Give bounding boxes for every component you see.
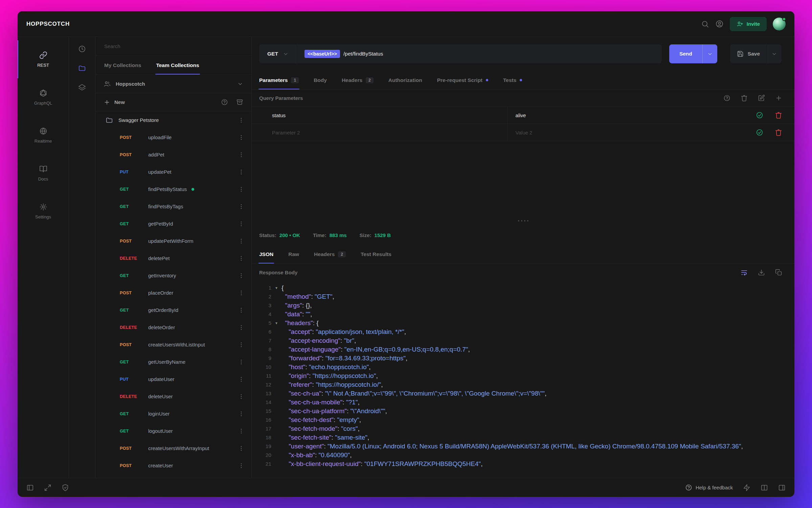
collection-request[interactable]: GET getOrderById [95,301,251,319]
request-options-icon[interactable] [238,462,245,469]
collection-request[interactable]: PUT updateUser [95,371,251,388]
avatar[interactable] [773,18,786,30]
collection-request[interactable]: GET getPetById [95,215,251,232]
param-delete-icon[interactable] [775,129,782,136]
request-options-icon[interactable] [238,169,245,175]
invite-button[interactable]: Invite [730,17,767,31]
request-options-icon[interactable] [238,307,245,314]
sidebar-item-realtime[interactable]: Realtime [18,116,69,154]
request-tab[interactable]: Headers 2 [334,71,381,89]
collection-request[interactable]: POST addPet [95,146,251,163]
request-tab[interactable]: Body [306,71,334,89]
copy-icon[interactable] [775,269,782,276]
collection-request[interactable]: GET getUserByName [95,353,251,371]
response-tab[interactable]: Test Results [353,245,399,263]
sidebar-item-rest[interactable]: REST [18,40,69,78]
collection-folder[interactable]: Swagger Petstore [95,111,251,129]
param-key-input[interactable]: status [252,107,508,124]
shield-check-icon[interactable] [62,484,69,491]
send-button[interactable]: Send [669,44,702,63]
collections-tab[interactable]: My Collections [97,56,149,75]
folder-options-icon[interactable] [238,117,245,124]
param-value-input[interactable]: Value 2 [508,124,744,141]
request-options-icon[interactable] [238,393,245,400]
request-options-icon[interactable] [238,151,245,158]
wrap-lines-icon[interactable] [741,269,748,276]
collections-tab[interactable]: Team Collections [149,56,206,75]
request-options-icon[interactable] [238,203,245,210]
save-options-chevron[interactable] [767,44,782,63]
request-options-icon[interactable] [238,272,245,279]
request-options-icon[interactable] [238,445,245,452]
history-clock-icon[interactable] [78,45,86,53]
request-options-icon[interactable] [238,290,245,296]
panel-right-toggle-icon[interactable] [778,484,786,491]
request-options-icon[interactable] [238,341,245,348]
sidebar-item-settings[interactable]: Settings [18,192,69,230]
request-options-icon[interactable] [238,410,245,417]
help-circle-icon[interactable] [221,99,228,106]
param-key-input[interactable]: Parameter 2 [252,124,508,141]
collection-request[interactable]: GET getInventory [95,267,251,284]
sidebar-item-graphql[interactable]: GraphQL [18,78,69,116]
request-options-icon[interactable] [238,134,245,141]
request-options-icon[interactable] [238,220,245,227]
url-input[interactable]: <<baseUrl>> /pet/findByStatus [297,44,662,63]
request-options-icon[interactable] [238,359,245,365]
search-input[interactable] [104,43,243,49]
new-collection-button[interactable]: New [114,99,125,105]
collection-request[interactable]: POST createUsersWithArrayInput [95,440,251,457]
download-icon[interactable] [758,269,765,276]
param-active-toggle[interactable] [756,111,763,119]
request-tab[interactable]: Tests [496,71,529,89]
help-feedback-button[interactable]: Help & feedback [685,484,733,491]
collection-request[interactable]: POST placeOrder [95,284,251,301]
collection-request[interactable]: GET findPetsByStatus [95,181,251,198]
param-active-toggle[interactable] [756,129,763,136]
request-options-icon[interactable] [238,238,245,245]
collection-request[interactable]: DELETE deleteUser [95,388,251,405]
param-value-input[interactable]: alive [508,107,744,124]
help-circle-icon[interactable] [723,94,730,102]
layers-icon[interactable] [78,84,86,91]
request-options-icon[interactable] [238,428,245,435]
pane-resize-handle[interactable] [252,216,794,225]
send-options-chevron[interactable] [702,44,717,63]
sidebar-item-docs[interactable]: Docs [18,154,69,192]
add-parameter-plus-icon[interactable] [775,94,782,102]
response-tab[interactable]: Headers 2 [307,245,353,263]
request-options-icon[interactable] [238,186,245,193]
collection-request[interactable]: POST createUsersWithListInput [95,336,251,353]
account-icon[interactable] [715,20,724,28]
edit-icon[interactable] [758,94,765,102]
collection-request[interactable]: PUT updatePet [95,163,251,181]
team-selector[interactable]: Hoppscotch [95,75,251,93]
response-body-code[interactable]: 1 ▾ { 2 "method": "GET", 3 [252,281,794,478]
collection-request[interactable]: DELETE deletePet [95,250,251,267]
collection-request[interactable]: GET logoutUser [95,422,251,440]
archive-icon[interactable] [236,99,243,106]
zap-icon[interactable] [743,484,750,491]
request-options-icon[interactable] [238,324,245,331]
collection-request[interactable]: POST uploadFile [95,129,251,146]
fold-arrow-icon[interactable]: ▾ [275,285,277,290]
collection-request[interactable]: DELETE deleteOrder [95,319,251,336]
plus-icon[interactable] [104,99,110,106]
request-options-icon[interactable] [238,376,245,383]
collection-request[interactable]: GET findPetsByTags [95,198,251,215]
response-tab[interactable]: Raw [281,245,307,263]
collection-folder-partial[interactable] [95,474,251,478]
collection-request[interactable]: POST createUser [95,457,251,474]
collections-folder-icon[interactable] [78,64,86,72]
expand-icon[interactable] [44,484,51,491]
request-tab[interactable]: Parameters 1 [252,71,306,89]
columns-layout-icon[interactable] [761,484,768,491]
request-tab[interactable]: Authorization [381,71,430,89]
save-button[interactable]: Save [730,44,767,63]
param-delete-icon[interactable] [775,111,782,119]
request-tab[interactable]: Pre-request Script [430,71,496,89]
method-select[interactable]: GET [259,44,297,63]
response-tab[interactable]: JSON [252,245,281,263]
panel-left-toggle-icon[interactable] [26,484,34,491]
clear-all-trash-icon[interactable] [741,94,748,102]
